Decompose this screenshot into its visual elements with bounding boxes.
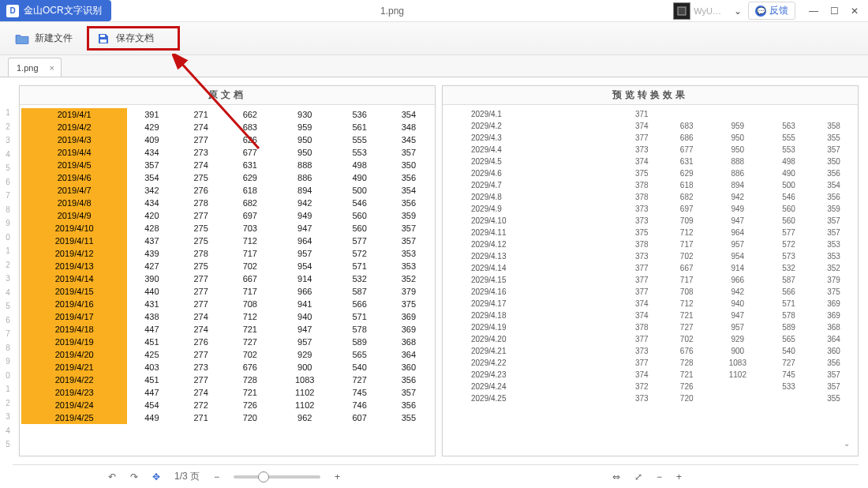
table-row: 2019/4/20425277702929565364 (21, 348, 433, 361)
zoom-slider-knob[interactable] (258, 471, 269, 482)
table-row: 2019/4/14390277667914532352 (21, 272, 433, 285)
value-cell: 277 (177, 209, 226, 222)
table-row: 2029/4.233747211102745357 (444, 369, 856, 381)
value-cell: 941 (275, 298, 335, 310)
value-cell: 631 (664, 156, 709, 167)
close-button[interactable]: ✕ (844, 2, 865, 20)
open-file-label: 新建文件 (35, 32, 73, 45)
zoom-out-button-2[interactable]: − (657, 471, 662, 482)
dropdown-button[interactable]: ⌄ (728, 2, 748, 20)
zoom-slider[interactable] (234, 475, 320, 479)
rotate-left-icon[interactable]: ↶ (108, 471, 116, 482)
value-cell: 438 (127, 310, 176, 323)
toolbar: 新建文件 保存文档 (0, 22, 868, 55)
value-cell: 278 (177, 247, 226, 260)
svg-rect-1 (100, 35, 105, 37)
table-row: 2029/4.18374721947578369 (444, 310, 856, 321)
value-cell: 957 (709, 238, 766, 250)
value-cell: 631 (226, 159, 275, 171)
value-cell: 454 (127, 399, 176, 411)
value-cell: 682 (664, 191, 709, 203)
value-cell: 686 (664, 132, 709, 144)
source-pane-body: 2019/4/13912716629305363542019/4/2429274… (20, 105, 435, 456)
rotate-right-icon[interactable]: ↷ (130, 471, 138, 482)
value-cell: 373 (619, 392, 664, 404)
avatar[interactable] (673, 2, 690, 20)
table-row: 2029/4.8378682942546356 (444, 191, 856, 203)
gutter-number: 2 (3, 120, 13, 134)
date-cell: 2029/4.23 (444, 369, 619, 381)
value-cell: 959 (709, 120, 766, 132)
fit-width-icon[interactable]: ⇔ (612, 471, 620, 482)
minimize-button[interactable]: — (803, 2, 824, 20)
value-cell: 353 (811, 250, 856, 262)
value-cell: 957 (275, 336, 335, 348)
table-row: 2019/4/18447274721947578369 (21, 323, 433, 336)
value-cell: 373 (619, 250, 664, 262)
feedback-button[interactable]: 💬 反馈 (748, 2, 795, 20)
source-table: 2019/4/13912716629305363542019/4/2429274… (21, 108, 433, 424)
date-cell: 2019/4/8 (21, 197, 127, 209)
date-cell: 2029/4.2 (444, 120, 619, 132)
date-cell: 2019/4/18 (21, 323, 127, 336)
value-cell: 728 (664, 357, 709, 369)
value-cell: 369 (384, 310, 433, 323)
value-cell: 377 (619, 333, 664, 345)
open-file-button[interactable]: 新建文件 (9, 29, 77, 47)
value-cell: 555 (335, 133, 384, 146)
main-area: 1234567890123456789012345 原文档 2019/4/139… (0, 77, 868, 456)
fit-page-icon[interactable]: ⤢ (634, 471, 642, 482)
value-cell: 560 (335, 222, 384, 235)
value-cell: 369 (384, 323, 433, 336)
maximize-button[interactable]: ☐ (824, 2, 844, 20)
value-cell: 439 (127, 247, 176, 260)
value-cell: 357 (384, 146, 433, 159)
value-cell: 277 (177, 348, 226, 361)
value-cell: 356 (384, 399, 433, 411)
value-cell: 277 (177, 285, 226, 298)
table-row: 2019/4/21403273676900540360 (21, 361, 433, 374)
value-cell: 490 (335, 171, 384, 184)
value-cell (709, 392, 766, 404)
value-cell: 721 (664, 310, 709, 321)
value-cell: 374 (619, 120, 664, 132)
save-file-button[interactable]: 保存文档 (87, 26, 180, 51)
table-row: 2029/4.9373697949560359 (444, 203, 856, 215)
value-cell: 721 (226, 386, 275, 399)
zoom-in-button[interactable]: + (335, 471, 340, 482)
value-cell: 274 (177, 323, 226, 336)
value-cell: 727 (335, 374, 384, 386)
value-cell: 702 (664, 250, 709, 262)
date-cell: 2019/4/2 (21, 121, 127, 133)
value-cell: 374 (619, 310, 664, 321)
date-cell: 2029/4.11 (444, 227, 619, 238)
gutter-number: 1 (3, 106, 13, 120)
close-tab-icon[interactable]: × (50, 63, 54, 73)
result-footer: ⇔ ⤢ − + (436, 464, 859, 488)
gutter-number: 0 (3, 369, 13, 383)
date-cell: 2029/4.17 (444, 298, 619, 310)
zoom-out-button[interactable]: − (214, 471, 219, 482)
value-cell: 353 (811, 238, 856, 250)
table-row: 2019/4/7342276618894500354 (21, 184, 433, 197)
date-cell: 2019/4/25 (21, 411, 127, 424)
table-row: 2029/4.2374683959563358 (444, 120, 856, 132)
value-cell: 914 (709, 262, 766, 274)
value-cell: 375 (619, 167, 664, 179)
value-cell: 1102 (275, 386, 335, 399)
file-tab[interactable]: 1.png × (8, 58, 62, 77)
value-cell: 929 (709, 333, 766, 345)
value-cell: 427 (127, 260, 176, 272)
value-cell: 560 (766, 215, 811, 227)
row-gutter: 1234567890123456789012345 (3, 85, 13, 456)
value-cell: 498 (766, 156, 811, 167)
chevron-down-icon[interactable]: ⌄ (844, 439, 850, 448)
move-icon[interactable]: ✥ (152, 471, 160, 482)
value-cell: 355 (384, 411, 433, 424)
value-cell: 697 (664, 203, 709, 215)
table-row: 2029/4.11375712964577357 (444, 227, 856, 238)
value-cell: 354 (811, 179, 856, 191)
zoom-in-button-2[interactable]: + (676, 471, 682, 482)
result-pane: 预览转换效果 2029/4.13712029/4.237468395956335… (442, 85, 859, 456)
date-cell: 2019/4/7 (21, 184, 127, 197)
